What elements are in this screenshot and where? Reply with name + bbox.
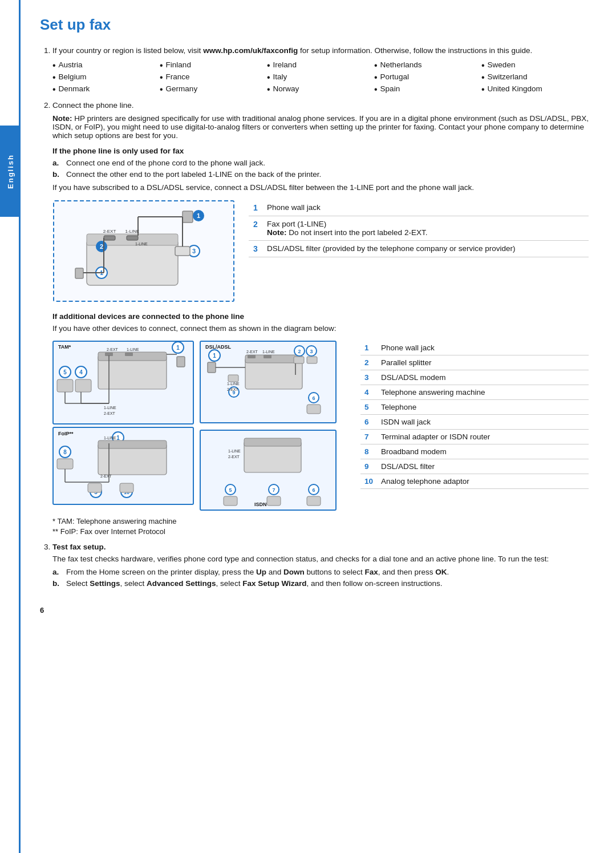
dsl-note: If you have subscribed to a DSL/ADSL ser… — [52, 183, 589, 192]
diagram2-legend: 1 Phone wall jack 2 Parallel splitter 3 … — [360, 341, 589, 489]
tam-diagram: TAM* 1 2-EXT 1-LINE — [52, 341, 194, 506]
legend2-num-9: 9 — [360, 459, 377, 474]
legend2-num-2: 2 — [360, 355, 377, 370]
svg-rect-90 — [228, 375, 238, 382]
svg-rect-38 — [57, 379, 73, 392]
sidebar-label: English — [6, 154, 15, 189]
legend-num-2: 2 — [249, 216, 262, 241]
country-switzerland: Switzerland — [488, 72, 528, 81]
legend-table-1: 1 Phone wall jack 2 Fax port (1-LINE) No… — [249, 200, 589, 257]
dsl-diagram: DSL/ADSL 1 2-EXT 1-LINE — [200, 341, 337, 423]
svg-text:2-EXT: 2-EXT — [100, 474, 112, 478]
svg-text:3: 3 — [310, 349, 313, 354]
diagram-section-2: TAM* 1 2-EXT 1-LINE — [52, 341, 589, 512]
subsection1-title: If the phone line is only used for fax — [52, 147, 589, 155]
svg-text:2-EXT: 2-EXT — [103, 229, 116, 234]
svg-text:1-LINE: 1-LINE — [104, 406, 116, 410]
country-uk: United Kingdom — [488, 84, 542, 93]
step3b-label: b. — [52, 579, 62, 588]
svg-text:1-LINE: 1-LINE — [125, 229, 140, 234]
svg-text:2-EXT: 2-EXT — [104, 411, 116, 415]
svg-rect-110 — [267, 496, 281, 506]
legend2-num-8: 8 — [360, 444, 377, 459]
svg-rect-107 — [307, 496, 321, 506]
svg-text:2-EXT: 2-EXT — [228, 455, 240, 459]
step2-note-label: Note: — [52, 114, 72, 123]
legend2-text-9: DSL/ADSL filter — [377, 459, 589, 474]
country-netherlands: Netherlands — [380, 60, 422, 69]
svg-text:2-EXT: 2-EXT — [246, 350, 258, 354]
page-title: Set up fax — [40, 16, 589, 34]
legend-text-2: Fax port (1-LINE) Note: Do not insert in… — [262, 216, 589, 241]
svg-text:1: 1 — [116, 435, 120, 441]
legend2-text-8: Broadband modem — [377, 444, 589, 459]
svg-text:6: 6 — [312, 395, 315, 401]
country-spain: Spain — [380, 84, 400, 93]
legend2-num-4: 4 — [360, 385, 377, 400]
svg-rect-78 — [248, 355, 256, 358]
svg-rect-104 — [224, 496, 237, 506]
diagram-section-1: 2-EXT 1-LINE 1 2 — [52, 200, 589, 304]
legend2-text-4: Telephone answering machine — [377, 385, 589, 400]
country-sweden: Sweden — [488, 60, 516, 69]
svg-rect-39 — [75, 379, 91, 392]
step3-label: Test fax setup. — [52, 543, 106, 551]
svg-rect-5 — [127, 236, 138, 240]
legend2-num-7: 7 — [360, 430, 377, 444]
svg-text:7: 7 — [272, 487, 275, 493]
svg-rect-79 — [264, 355, 271, 358]
svg-rect-85 — [307, 357, 317, 363]
svg-text:1: 1 — [176, 345, 180, 351]
svg-text:2-EXT: 2-EXT — [227, 387, 239, 391]
svg-text:1-LINE: 1-LINE — [262, 350, 275, 354]
country-ireland: Ireland — [273, 60, 297, 69]
footnote-list: * TAM: Telephone answering machine ** Fo… — [52, 517, 589, 536]
step2a-text: Connect one end of the phone cord to the… — [66, 159, 265, 167]
svg-text:8: 8 — [63, 449, 67, 455]
legend2-num-6: 6 — [360, 415, 377, 430]
legend-text-1: Phone wall jack — [262, 200, 589, 216]
legend2-text-5: Telephone — [377, 400, 589, 415]
step3-text: The fax test checks hardware, verifies p… — [52, 555, 589, 563]
legend2-text-10: Analog telephone adaptor — [377, 474, 589, 489]
legend2-text-7: Terminal adapter or ISDN router — [377, 430, 589, 444]
svg-rect-101 — [244, 438, 301, 446]
country-germany: Germany — [166, 84, 198, 93]
svg-text:1-LINE: 1-LINE — [227, 382, 240, 386]
step3a-label: a. — [52, 568, 62, 576]
isdn-diagram: ISDN 1-LINE 2-EXT 5 — [200, 430, 337, 511]
legend2-text-6: ISDN wall jack — [377, 415, 589, 430]
country-austria: Austria — [59, 60, 83, 69]
legend2-num-3: 3 — [360, 370, 377, 385]
legend2-text-1: Phone wall jack — [377, 341, 589, 355]
svg-rect-84 — [294, 357, 304, 363]
diagram-images: TAM* 1 2-EXT 1-LINE — [52, 341, 349, 512]
svg-rect-21 — [75, 268, 83, 278]
svg-text:TAM*: TAM* — [58, 344, 71, 350]
svg-rect-33 — [125, 353, 133, 356]
country-finland: Finland — [166, 60, 191, 69]
svg-text:1-LINE: 1-LINE — [127, 347, 139, 351]
svg-rect-9 — [183, 211, 193, 223]
country-norway: Norway — [273, 84, 299, 93]
svg-rect-73 — [208, 362, 216, 373]
svg-rect-53 — [57, 459, 73, 469]
svg-rect-3 — [104, 236, 115, 240]
step2-label: Connect the phone line. — [52, 101, 134, 110]
legend2-num-5: 5 — [360, 400, 377, 415]
svg-text:5: 5 — [63, 369, 67, 375]
svg-rect-47 — [177, 357, 185, 367]
svg-rect-66 — [120, 483, 133, 492]
svg-rect-95 — [307, 405, 321, 414]
step1-text: If your country or region is listed belo… — [52, 46, 203, 55]
country-portugal: Portugal — [380, 72, 409, 81]
country-belgium: Belgium — [59, 72, 87, 81]
svg-text:1-LINE: 1-LINE — [135, 242, 148, 246]
svg-text:DSL/ADSL: DSL/ADSL — [205, 344, 232, 350]
step1-url: www.hp.com/uk/faxconfig — [203, 46, 298, 55]
svg-text:1: 1 — [197, 212, 200, 219]
svg-text:1-LINE: 1-LINE — [228, 449, 241, 453]
footnote-2: ** FoIP: Fax over Internet Protocol — [52, 527, 589, 536]
footnote-1: * TAM: Telephone answering machine — [52, 517, 589, 525]
legend2-text-3: DSL/ADSL modem — [377, 370, 589, 385]
